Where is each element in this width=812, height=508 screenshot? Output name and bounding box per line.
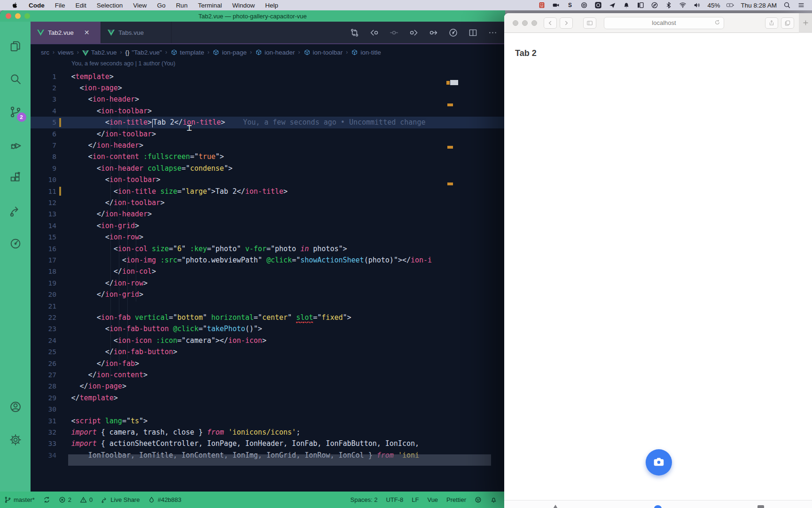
menu-item-go[interactable]: Go [152,0,171,10]
activity-bar-live-share-icon[interactable] [0,199,31,222]
bell-icon[interactable] [619,0,633,10]
activity-bar-run-debug-icon[interactable] [0,134,31,156]
menu-item-selection[interactable]: Selection [92,0,128,10]
ionic-tab-tab-3[interactable]: Tab 3 [710,500,812,508]
back-button[interactable] [544,17,557,29]
activity-bar-explorer-icon[interactable] [0,35,31,57]
editor-action-arrow-forward-circle-icon[interactable] [406,25,422,40]
ellipse-tab-icon [654,505,662,508]
status-item-#42b883[interactable]: #42b883 [144,492,186,508]
parallels-icon[interactable] [535,0,549,10]
breadcrumb-item[interactable]: src [41,49,49,56]
status-item-feedback-smiley-icon[interactable] [470,496,486,503]
apple-menu-icon[interactable] [7,0,23,10]
breadcrumb-label: ion-header [265,49,295,56]
editor-tab-tab2.vue[interactable]: Tab2.vue✕ [31,22,101,43]
bluetooth-icon[interactable] [662,0,676,10]
editor-tab-tabs.vue[interactable]: Tabs.vue [101,22,172,43]
status-item-notifications-bell-icon[interactable] [486,496,501,503]
vscode-title-bar[interactable]: Tab2.vue — photo-gallery-capacitor-vue [0,10,505,22]
breadcrumb-item[interactable]: Tab2.vue [82,49,117,56]
activity-bar-search-icon[interactable] [0,68,31,90]
reload-icon[interactable] [714,19,720,27]
menu-bar-clock[interactable]: Thu 8:28 AM [737,2,780,9]
close-window-button[interactable] [6,13,11,19]
breadcrumb-item[interactable]: template [171,49,204,56]
spotlight-search-icon[interactable] [780,0,794,10]
status-item-utf-8[interactable]: UTF-8 [382,496,407,503]
activity-bar-timeline-icon[interactable] [0,232,31,255]
status-item-spaces-2[interactable]: Spaces: 2 [346,496,382,503]
activity-bar-account-icon[interactable] [0,396,31,418]
overview-ruler-mark [447,103,453,106]
rocket-icon[interactable] [605,0,619,10]
horizontal-scrollbar[interactable] [68,454,491,466]
shush-icon[interactable]: S [563,0,577,10]
menu-item-terminal[interactable]: Terminal [193,0,227,10]
breadcrumb-item[interactable]: {}"Tab2.vue" [125,49,162,56]
activity-bar-extensions-icon[interactable] [0,167,31,189]
editor-action-split-editor-icon[interactable] [465,25,481,40]
editor-action-arrow-next-circle-icon[interactable] [425,25,441,40]
minimize-window-button[interactable] [15,13,21,19]
line-number: 18 [31,268,56,275]
volume-icon[interactable] [690,0,704,10]
editor-action-arrow-back-circle-icon[interactable] [366,25,382,40]
compass-icon[interactable] [648,0,662,10]
breadcrumb-separator: › [53,49,55,56]
zoom-window-button[interactable] [24,13,30,19]
menu-item-help[interactable]: Help [260,0,283,10]
forward-button[interactable] [560,17,573,29]
wifi-icon[interactable] [676,0,690,10]
close-window-button[interactable] [513,20,518,26]
code-editor[interactable]: You, a few seconds ago | 1 author (You) … [31,59,505,492]
editor-action-git-compare-icon[interactable] [346,25,362,40]
breadcrumb-item[interactable]: ion-header [255,49,295,56]
tabs-overview-button[interactable] [781,17,794,29]
battery-percent[interactable]: 45% [704,2,723,9]
minimize-window-button[interactable] [522,20,528,26]
control-center-icon[interactable] [794,0,808,10]
menu-item-code[interactable]: Code [23,0,50,10]
record-icon[interactable] [577,0,591,10]
editor-action-more-actions-icon[interactable] [484,25,500,40]
breadcrumb-item[interactable]: ion-toolbar [304,49,343,56]
menu-item-view[interactable]: View [128,0,152,10]
breadcrumb-item[interactable]: ion-title [351,49,381,56]
address-bar[interactable]: localhost [604,17,724,29]
editor-action-history-icon[interactable] [445,25,461,40]
status-item-sync-icon[interactable] [39,492,55,508]
status-item-lf[interactable]: LF [407,496,423,503]
status-item-0[interactable]: 0 [76,492,97,508]
ionic-tab-tab-1[interactable]: Tab 1 [504,500,607,508]
take-photo-fab-button[interactable] [646,449,672,476]
menu-item-edit[interactable]: Edit [70,0,92,10]
menu-item-file[interactable]: File [50,0,70,10]
menu-item-window[interactable]: Window [227,0,260,10]
new-tab-button[interactable] [799,13,812,33]
breadcrumb-item[interactable]: ion-page [212,49,247,56]
share-button[interactable] [765,17,778,29]
ionic-tab-tab-2[interactable]: Tab 2 [607,500,709,508]
activity-bar-settings-gear-icon[interactable] [0,429,31,451]
videocam-icon[interactable] [549,0,563,10]
stage-manager-icon[interactable] [633,0,648,10]
zoom-window-button[interactable] [531,20,537,26]
code-line-11: 11 <ion-title size="large">Tab 2</ion-ti… [31,185,505,197]
status-item-vue[interactable]: Vue [423,496,442,503]
menu-item-run[interactable]: Run [171,0,193,10]
activity-bar-source-control-icon[interactable]: 2 [0,101,31,123]
status-item-live-share[interactable]: Live Share [97,492,144,508]
gutter-modified-mark [59,348,61,357]
screen-mirror-icon[interactable] [591,0,605,10]
code-line-32: 32import { camera, trash, close } from '… [31,426,505,438]
breadcrumb-item[interactable]: views [58,49,74,56]
codelens-annotation[interactable]: You, a few seconds ago | 1 author (You) [71,60,175,67]
status-item-master-[interactable]: master* [0,492,39,508]
status-item-prettier[interactable]: Prettier [442,496,470,503]
git-branch-icon [4,496,11,503]
sidebar-toggle-button[interactable] [583,17,596,29]
editor-action-circle-icon[interactable] [386,25,402,40]
status-item-2[interactable]: 2 [55,492,76,508]
close-tab-icon[interactable]: ✕ [84,29,90,36]
